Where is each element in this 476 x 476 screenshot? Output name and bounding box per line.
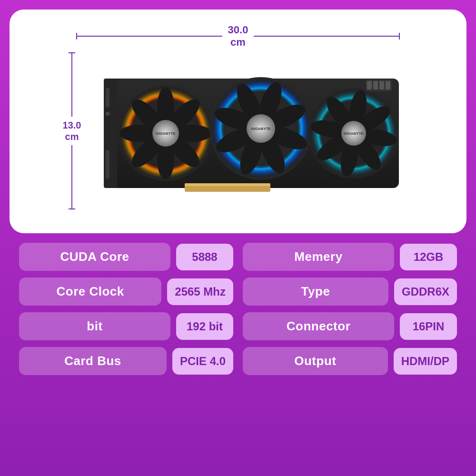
connector-label: Connector [243, 312, 394, 340]
core-clock-value: 2565 Mhz [167, 278, 233, 305]
width-dimension: 30.0 cm [76, 24, 400, 49]
width-label: 30.0 cm [222, 24, 254, 49]
svg-rect-10 [106, 88, 109, 107]
output-row: Output HDMI/DP [243, 347, 457, 375]
core-clock-row: Core Clock 2565 Mhz [19, 278, 233, 306]
card-area: 13.0 cm [29, 52, 447, 209]
svg-text:GIGABYTE: GIGABYTE [344, 131, 364, 136]
h-line-right [254, 36, 399, 37]
svg-rect-52 [379, 81, 384, 89]
core-clock-label: Core Clock [19, 278, 161, 306]
cuda-core-label: CUDA Core [19, 243, 170, 271]
memory-value: 12GB [400, 244, 457, 270]
bit-label: bit [19, 312, 170, 340]
svg-rect-12 [106, 150, 109, 178]
svg-rect-53 [386, 81, 390, 89]
type-row: Type GDDR6X [243, 278, 457, 306]
v-line-bottom [71, 145, 72, 208]
svg-rect-11 [106, 112, 109, 116]
connector-row: Connector 16PIN [243, 312, 457, 340]
v-end-bottom [69, 208, 75, 209]
cuda-core-row: CUDA Core 5888 [19, 243, 233, 271]
output-label: Output [243, 347, 388, 375]
product-card: 30.0 cm 13.0 cm [10, 10, 466, 233]
cuda-core-value: 5888 [176, 244, 233, 270]
svg-text:GIGABYTE: GIGABYTE [251, 127, 271, 131]
svg-rect-51 [373, 81, 378, 89]
specs-section: CUDA Core 5888 Memery 12GB Core Clock 25… [10, 243, 466, 375]
card-bus-label: Card Bus [19, 347, 167, 375]
svg-rect-50 [367, 81, 372, 89]
bit-value: 192 bit [176, 313, 233, 340]
card-bus-value: PCIE 4.0 [172, 348, 233, 375]
card-bus-row: Card Bus PCIE 4.0 [19, 347, 233, 375]
type-label: Type [243, 278, 388, 306]
bit-row: bit 192 bit [19, 312, 233, 340]
h-line [77, 36, 222, 37]
type-value: GDDR6X [394, 278, 457, 305]
height-dimension: 13.0 cm [63, 52, 81, 209]
memory-row: Memery 12GB [243, 243, 457, 271]
h-end-right [399, 33, 400, 40]
output-value: HDMI/DP [394, 348, 457, 375]
svg-rect-8 [185, 183, 270, 186]
memory-label: Memery [243, 243, 394, 271]
gpu-image: GIGABYTE GIGABYTE [89, 52, 413, 209]
v-line-top [71, 53, 72, 117]
height-label: 13.0 cm [63, 117, 81, 145]
connector-value: 16PIN [400, 313, 457, 340]
svg-text:GIGABYTE: GIGABYTE [156, 131, 176, 136]
